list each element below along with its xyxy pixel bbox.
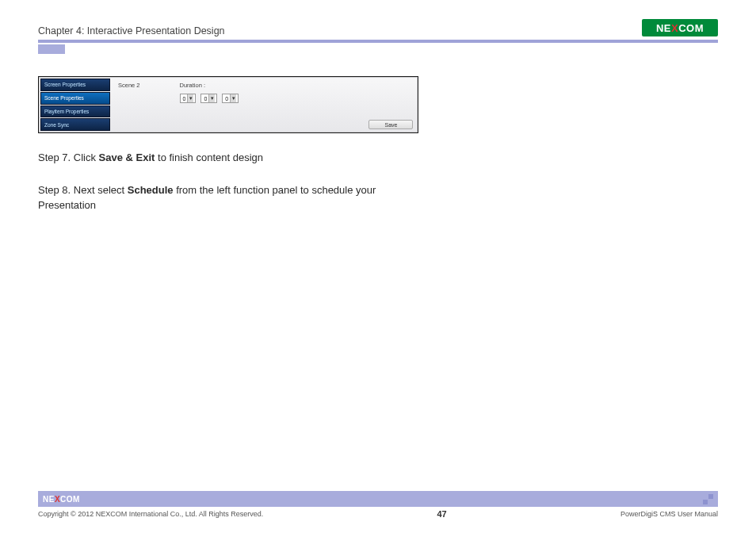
decorative-block bbox=[38, 44, 65, 54]
duration-label: Duration : bbox=[180, 82, 206, 89]
duration-second-spinner[interactable]: 0▾ bbox=[222, 94, 239, 103]
brand-part-2: COM bbox=[678, 22, 704, 34]
chevron-down-icon: ▾ bbox=[230, 94, 236, 102]
brand-accent: X bbox=[671, 22, 678, 34]
properties-main: Scene 2 Duration : 0▾ 0▾ 0▾ Save bbox=[112, 77, 418, 132]
brand-part-1: NE bbox=[43, 495, 55, 504]
step-7-text: Step 7. Click Save & Exit to finish cont… bbox=[38, 151, 418, 166]
step-8-pre: Step 8. Next select bbox=[38, 184, 128, 196]
brand-part-2: COM bbox=[60, 495, 80, 504]
step-7-bold: Save & Exit bbox=[99, 151, 155, 163]
step-7-pre: Step 7. Click bbox=[38, 151, 99, 163]
save-button[interactable]: Save bbox=[368, 120, 413, 129]
page-number: 47 bbox=[437, 509, 446, 519]
step-7-post: to finish content design bbox=[155, 151, 263, 163]
properties-sidebar: Screen Properties Scene Properties Playi… bbox=[39, 77, 112, 132]
copyright-text: Copyright © 2012 NEXCOM International Co… bbox=[38, 510, 263, 518]
brand-logo-footer: NEXCOM bbox=[43, 495, 80, 504]
header-divider bbox=[38, 40, 718, 43]
brand-accent: X bbox=[55, 495, 60, 504]
spinner-value: 0 bbox=[204, 96, 207, 102]
footer-decoration-squares bbox=[703, 494, 713, 504]
scene-label: Scene 2 bbox=[118, 82, 140, 89]
duration-hour-spinner[interactable]: 0▾ bbox=[180, 94, 197, 103]
sidebar-item-playitem-properties[interactable]: Playitem Properties bbox=[40, 105, 110, 118]
duration-spinners: 0▾ 0▾ 0▾ bbox=[180, 94, 239, 103]
sidebar-item-zone-sync[interactable]: Zone Sync bbox=[40, 118, 110, 131]
spinner-value: 0 bbox=[183, 96, 186, 102]
step-8-text: Step 8. Next select Schedule from the le… bbox=[38, 183, 418, 213]
document-title: PowerDigiS CMS User Manual bbox=[620, 510, 718, 518]
chevron-down-icon: ▾ bbox=[208, 94, 215, 102]
spinner-value: 0 bbox=[225, 96, 228, 102]
sidebar-item-screen-properties[interactable]: Screen Properties bbox=[40, 79, 110, 91]
page-footer: NEXCOM Copyright © 2012 NEXCOM Internati… bbox=[38, 491, 718, 519]
duration-minute-spinner[interactable]: 0▾ bbox=[200, 94, 217, 103]
properties-panel: Screen Properties Scene Properties Playi… bbox=[38, 76, 418, 133]
chapter-title: Chapter 4: Interactive Presentation Desi… bbox=[38, 25, 225, 36]
chevron-down-icon: ▾ bbox=[187, 94, 193, 102]
brand-logo-header: NEXCOM bbox=[642, 19, 718, 36]
step-8-bold: Schedule bbox=[128, 184, 174, 196]
sidebar-item-scene-properties[interactable]: Scene Properties bbox=[40, 92, 110, 105]
brand-part-1: NE bbox=[656, 22, 671, 34]
